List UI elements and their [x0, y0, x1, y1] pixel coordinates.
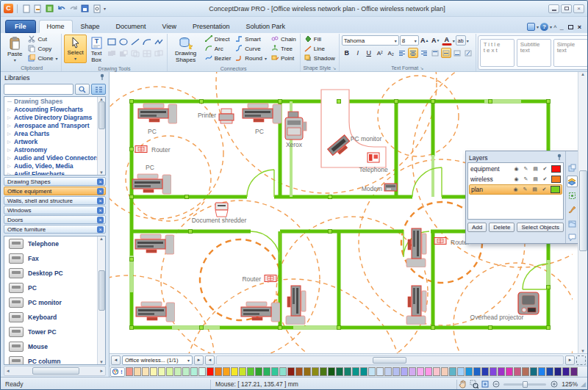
tree-item[interactable]: —Drawing Shapes: [4, 97, 105, 105]
text-box-button[interactable]: T Text Box: [88, 35, 105, 65]
visible-icon[interactable]: ◉: [512, 187, 519, 192]
open-document-icon[interactable]: [33, 4, 43, 13]
palette-swatch[interactable]: [425, 367, 432, 376]
dropdown-icon[interactable]: ▾: [550, 24, 552, 29]
mdi-restore-icon[interactable]: [567, 24, 575, 31]
align-center-icon[interactable]: [408, 48, 418, 58]
dialog-launcher-icon[interactable]: ↘: [332, 66, 336, 71]
section-drawing-shapes[interactable]: Drawing Shapes×: [4, 177, 106, 186]
font-color-button[interactable]: A: [442, 36, 452, 46]
library-item-keyboard[interactable]: Keyboard: [4, 310, 105, 325]
close-icon[interactable]: ×: [97, 188, 104, 195]
palette-swatch[interactable]: [328, 367, 335, 376]
connector-tree-button[interactable]: Tree: [270, 44, 298, 54]
line-button[interactable]: Line: [303, 44, 337, 54]
palette-swatch[interactable]: [312, 367, 319, 376]
library-item-tower-pc[interactable]: Tower PC: [4, 325, 105, 339]
palette-swatch[interactable]: [352, 367, 359, 376]
prev-page-button[interactable]: ◂: [111, 355, 121, 365]
connector-bezier-button[interactable]: Bezier: [204, 54, 233, 63]
app-logo-icon[interactable]: C: [4, 4, 13, 13]
pin-icon[interactable]: [99, 73, 105, 82]
window-switch-icon[interactable]: [527, 23, 535, 31]
paste-button[interactable]: Paste ▾: [4, 35, 25, 65]
next-page-button[interactable]: ▸: [194, 355, 204, 365]
palette-swatch[interactable]: [215, 367, 222, 376]
palette-swatch[interactable]: [473, 367, 481, 376]
fill-button[interactable]: Fill: [303, 35, 337, 44]
valign-middle-icon[interactable]: [441, 48, 451, 58]
tab-solution-park[interactable]: Solution Park: [238, 20, 294, 33]
library-item-pc-column[interactable]: PC column: [4, 354, 105, 365]
mdi-close-icon[interactable]: ×: [576, 24, 583, 31]
connector-curve-button[interactable]: Curve: [234, 44, 268, 54]
palette-swatch[interactable]: [457, 367, 465, 376]
tree-item[interactable]: ▷Audio and Video Connectors: [4, 154, 105, 162]
connector-arc-button[interactable]: Arc: [204, 44, 233, 54]
connector-round-button[interactable]: Round▾: [234, 54, 268, 63]
library-item-pc-monitor[interactable]: PC monitor: [4, 295, 105, 310]
add-layer-button[interactable]: Add: [467, 223, 487, 232]
palette-swatch[interactable]: [530, 367, 537, 376]
line-tool-icon[interactable]: [130, 36, 141, 47]
snapshot-tab-icon[interactable]: [567, 217, 578, 229]
new-document-icon[interactable]: [21, 4, 31, 13]
palette-swatch[interactable]: [546, 367, 553, 376]
connector-point-button[interactable]: Point: [270, 54, 298, 63]
palette-swatch[interactable]: [498, 367, 505, 376]
palette-swatch[interactable]: [134, 367, 141, 376]
palette-swatch[interactable]: [490, 367, 497, 376]
palette-swatch[interactable]: [279, 367, 287, 376]
search-button[interactable]: [75, 84, 90, 95]
mdi-minimize-icon[interactable]: _: [559, 24, 565, 31]
save-icon[interactable]: [80, 4, 90, 13]
layer-row-equipment[interactable]: equipment ◉ ✎ ▤ ✔: [469, 164, 562, 174]
palette-swatch[interactable]: [514, 367, 521, 376]
palette-swatch[interactable]: [344, 367, 351, 376]
delete-layer-button[interactable]: Delete: [489, 223, 514, 232]
palette-swatch[interactable]: [392, 367, 400, 376]
edit-icon[interactable]: ✎: [522, 187, 528, 192]
close-icon[interactable]: ×: [97, 217, 104, 223]
drawing-canvas[interactable]: PC Printer PC Router PC Xerox PC monitor…: [110, 72, 587, 353]
gallery-item-simple-text[interactable]: Simple text: [553, 39, 588, 67]
palette-swatch[interactable]: [182, 367, 190, 376]
subtract-tool-icon[interactable]: [118, 48, 129, 59]
dropdown-icon[interactable]: ▾: [453, 38, 455, 43]
palette-swatch[interactable]: [320, 367, 327, 376]
tab-shape[interactable]: Shape: [73, 20, 108, 33]
library-item-desktop-pc[interactable]: Desktop PC: [4, 266, 105, 281]
tree-item[interactable]: ▷Audio, Video, Media: [4, 162, 105, 170]
pin-icon[interactable]: [556, 154, 562, 162]
palette-swatch[interactable]: [231, 367, 238, 376]
close-button[interactable]: ×: [573, 4, 584, 13]
layer-color-chip[interactable]: [551, 165, 561, 173]
palette-swatch[interactable]: [417, 367, 424, 376]
select-objects-button[interactable]: Select Objects: [517, 223, 564, 232]
section-doors[interactable]: Doors×: [4, 215, 106, 224]
palette-swatch[interactable]: [166, 367, 173, 376]
palette-swatch[interactable]: [570, 367, 578, 376]
palette-swatch[interactable]: [295, 367, 303, 376]
palette-swatch[interactable]: [465, 367, 473, 376]
zoom-region-icon[interactable]: [468, 380, 479, 389]
valign-bottom-icon[interactable]: [452, 48, 462, 58]
intersect-tool-icon[interactable]: [130, 48, 141, 59]
zoom-slider-thumb[interactable]: [523, 381, 528, 388]
format-brush-tab-icon[interactable]: [567, 203, 578, 215]
connector-direct-button[interactable]: Direct: [204, 35, 233, 44]
palette-swatch[interactable]: [376, 367, 384, 376]
page-selector[interactable]: Office wireless... (1/1)▾: [122, 355, 193, 365]
visible-icon[interactable]: ◉: [513, 176, 520, 182]
grow-font-button[interactable]: A▲: [420, 35, 430, 46]
palette-swatch[interactable]: [247, 367, 254, 376]
palette-swatch[interactable]: [401, 367, 408, 376]
superscript-button[interactable]: A²: [375, 48, 385, 58]
bold-button[interactable]: B: [342, 48, 352, 58]
palette-swatch[interactable]: [538, 367, 545, 376]
undo-icon[interactable]: [57, 4, 66, 13]
scrollbar-thumb[interactable]: [373, 357, 406, 364]
copy-button[interactable]: Copy: [26, 44, 59, 54]
layer-color-chip[interactable]: [551, 176, 561, 183]
tree-view-toggle-button[interactable]: [91, 84, 106, 95]
